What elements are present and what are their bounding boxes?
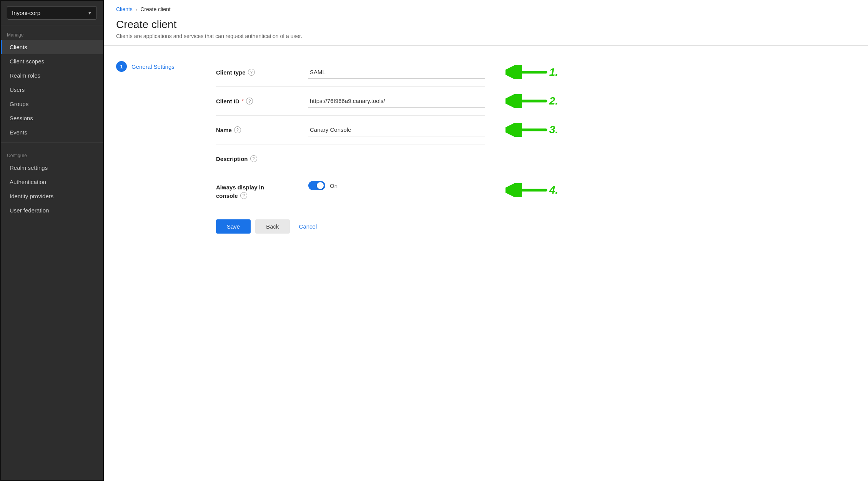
description-input[interactable] — [308, 152, 485, 165]
steps-panel: 1 General Settings — [116, 58, 201, 240]
name-label-col: Name ? — [216, 123, 301, 133]
arrow-4-icon — [506, 183, 548, 197]
breadcrumb-current: Create client — [140, 6, 171, 12]
always-display-row: Always display in console ? On — [216, 173, 485, 207]
sidebar-item-label: Sessions — [10, 115, 33, 121]
arrow-1-icon — [506, 65, 548, 79]
sidebar-item-identity-providers[interactable]: Identity providers — [1, 189, 103, 203]
org-name: Inyoni-corp — [12, 10, 40, 16]
always-display-label-col: Always display in console ? — [216, 181, 301, 199]
description-input-col — [308, 152, 485, 165]
always-display-help-icon[interactable]: ? — [240, 192, 247, 199]
always-display-input-col: On — [308, 181, 485, 190]
page-title: Create client — [116, 18, 856, 31]
fields-panel: Client type ? 1. — [216, 58, 485, 240]
annotation-4: 4. — [506, 183, 558, 197]
annotation-4-number: 4. — [549, 184, 558, 196]
sidebar-divider — [1, 143, 103, 143]
client-id-label-col: Client ID * ? — [216, 95, 301, 104]
form-area: 1 General Settings Client type ? — [104, 46, 868, 252]
step-1[interactable]: 1 General Settings — [116, 58, 201, 75]
sidebar-item-client-scopes[interactable]: Client scopes — [1, 54, 103, 68]
client-type-label-col: Client type ? — [216, 66, 301, 76]
description-row: Description ? — [216, 144, 485, 173]
name-input-col — [308, 123, 485, 136]
sidebar-item-events[interactable]: Events — [1, 125, 103, 139]
sidebar-item-user-federation[interactable]: User federation — [1, 203, 103, 217]
sidebar-item-label: Groups — [10, 101, 28, 107]
arrow-3-icon — [506, 123, 548, 137]
client-type-help-icon[interactable]: ? — [248, 69, 255, 76]
client-id-help-icon[interactable]: ? — [246, 98, 253, 104]
button-row: Save Back Cancel — [216, 207, 485, 240]
annotation-3: 3. — [506, 123, 558, 137]
configure-section-label: Configure — [1, 146, 103, 161]
annotation-2: 2. — [506, 94, 558, 108]
client-id-input[interactable] — [308, 95, 485, 108]
client-id-input-col — [308, 95, 485, 108]
name-row: Name ? 3. — [216, 116, 485, 144]
client-type-label: Client type — [216, 69, 246, 76]
sidebar-item-users[interactable]: Users — [1, 83, 103, 97]
annotation-2-number: 2. — [549, 95, 558, 107]
client-type-row: Client type ? 1. — [216, 58, 485, 87]
sidebar-item-clients[interactable]: Clients — [1, 40, 103, 54]
breadcrumb-parent-link[interactable]: Clients — [116, 6, 133, 12]
client-type-input[interactable] — [308, 66, 485, 79]
description-help-icon[interactable]: ? — [250, 155, 257, 162]
toggle-state-label: On — [330, 182, 338, 189]
arrow-2-icon — [506, 94, 548, 108]
step-1-label: General Settings — [131, 63, 175, 70]
client-id-required: * — [242, 98, 244, 104]
back-button[interactable]: Back — [255, 219, 289, 234]
page-header: Create client Clients are applications a… — [104, 15, 868, 46]
page-subtitle: Clients are applications and services th… — [116, 33, 856, 39]
always-display-toggle[interactable] — [308, 181, 325, 190]
name-label: Name — [216, 127, 232, 133]
sidebar-item-realm-settings[interactable]: Realm settings — [1, 161, 103, 175]
sidebar-item-label: Users — [10, 86, 25, 93]
sidebar: Inyoni-corp ▼ Manage Clients Client scop… — [0, 0, 104, 481]
breadcrumb-separator: › — [136, 7, 137, 12]
client-id-label: Client ID — [216, 98, 239, 104]
toggle-slider — [308, 181, 325, 190]
sidebar-item-label: Clients — [10, 44, 27, 50]
save-button[interactable]: Save — [216, 219, 251, 234]
sidebar-item-label: Realm settings — [10, 164, 48, 171]
name-input[interactable] — [308, 123, 485, 136]
main-content: Clients › Create client Create client Cl… — [104, 0, 868, 481]
chevron-down-icon: ▼ — [88, 11, 92, 15]
sidebar-item-authentication[interactable]: Authentication — [1, 175, 103, 189]
name-help-icon[interactable]: ? — [234, 126, 241, 133]
sidebar-item-label: Events — [10, 129, 27, 136]
step-1-circle: 1 — [116, 61, 127, 72]
annotation-3-number: 3. — [549, 124, 558, 136]
always-display-label: Always display in — [216, 184, 264, 191]
description-label-col: Description ? — [216, 152, 301, 162]
client-id-row: Client ID * ? — [216, 87, 485, 116]
always-display-label-2: console — [216, 192, 238, 199]
annotation-1-number: 1. — [549, 66, 558, 78]
description-label: Description — [216, 156, 248, 162]
cancel-button[interactable]: Cancel — [294, 219, 322, 234]
sidebar-item-realm-roles[interactable]: Realm roles — [1, 68, 103, 83]
sidebar-item-label: Realm roles — [10, 72, 40, 79]
sidebar-item-label: User federation — [10, 207, 49, 214]
sidebar-item-groups[interactable]: Groups — [1, 97, 103, 111]
manage-section-label: Manage — [1, 25, 103, 40]
sidebar-item-sessions[interactable]: Sessions — [1, 111, 103, 125]
sidebar-item-label: Authentication — [10, 179, 46, 185]
org-selector[interactable]: Inyoni-corp ▼ — [1, 1, 103, 25]
sidebar-item-label: Identity providers — [10, 193, 53, 199]
toggle-row: On — [308, 181, 485, 190]
sidebar-item-label: Client scopes — [10, 58, 44, 65]
breadcrumb: Clients › Create client — [104, 0, 868, 15]
annotation-1: 1. — [506, 65, 558, 79]
client-type-input-col — [308, 66, 485, 79]
org-dropdown[interactable]: Inyoni-corp ▼ — [7, 6, 97, 20]
